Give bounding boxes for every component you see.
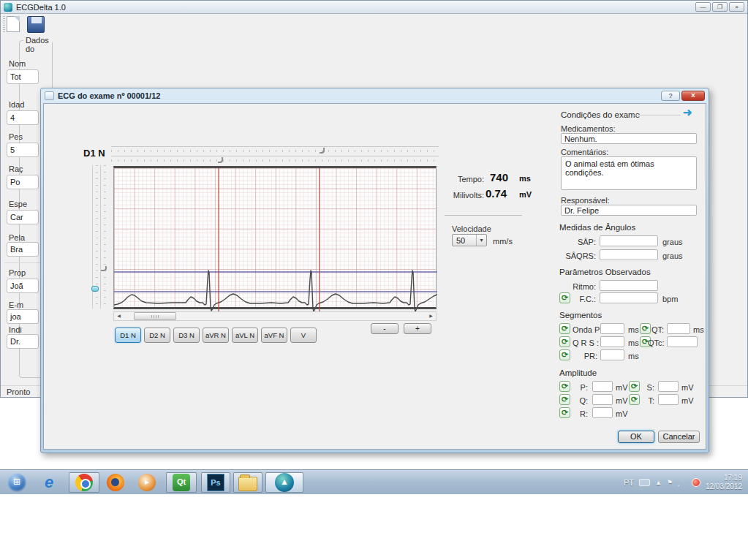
language-indicator[interactable]: PT [624,478,634,487]
s-amp-field[interactable] [658,381,679,392]
s-amp-label: S: [641,383,654,392]
qt-icon: Qt [173,474,190,491]
peso-field[interactable]: 5 [7,143,39,157]
taskbar-item-qt[interactable]: Qt [166,472,197,493]
qtc-field[interactable] [667,336,698,347]
taskbar-item-explorer[interactable] [233,472,262,493]
chevron-down-icon[interactable]: ▾ [476,235,486,246]
pelagem-field[interactable]: Bra [7,242,39,257]
calc-qrs-icon[interactable]: ⟳ [559,336,570,347]
medicamentos-field[interactable]: Nenhum. [561,133,697,144]
taskbar-item-firefox[interactable] [103,472,128,493]
saqrs-field[interactable] [600,249,658,260]
toolbar-grip[interactable] [3,16,5,32]
ecg-plot[interactable] [113,166,437,309]
close-icon[interactable]: × [729,2,744,12]
lead-button-d1n[interactable]: D1 N [115,328,141,343]
idade-field[interactable]: 4 [7,110,39,125]
p-amp-unit: mV [616,383,628,392]
ecg-waveform [114,168,437,311]
ok-button[interactable]: OK [618,431,654,443]
raca-field[interactable]: Po [7,175,39,189]
onda-p-field[interactable] [600,323,624,334]
email-field[interactable]: joa [7,309,39,324]
save-icon[interactable] [27,16,45,33]
clock[interactable]: 17:19 12/03/2012 [706,474,742,491]
action-center-flag-icon[interactable]: ⚑ [667,479,673,486]
antivirus-icon[interactable] [692,478,700,487]
internet-explorer-icon: e [45,473,53,492]
restore-icon[interactable]: ❐ [712,2,728,12]
cancel-button[interactable]: Cancelar [658,431,700,443]
main-title-bar[interactable]: ECGDelta 1.0 — ❐ × [1,1,747,14]
taskbar-item-media-player[interactable]: ▸ [135,472,159,493]
taskbar-item-ie[interactable]: e [37,472,61,493]
p-amp-field[interactable] [592,381,613,392]
t-amp-field[interactable] [658,394,679,405]
help-icon[interactable]: ? [661,91,680,101]
time-cursor-ruler-2[interactable] [111,156,439,163]
scroll-left-icon[interactable]: ◀ [114,312,124,320]
zoom-in-button[interactable]: + [404,323,431,334]
dialog-title-bar[interactable]: ECG do exame nº 00001/12 ? × [43,88,706,103]
medicamentos-label: Medicamentos: [561,124,616,133]
time-cursor-handle-1[interactable] [320,148,325,154]
calc-t-amp-icon[interactable]: ⟳ [629,394,640,405]
lead-button-avrn[interactable]: aVR N [203,328,229,343]
time-cursor-ruler-1[interactable] [111,146,439,154]
comentarios-field[interactable]: O animal está em ótimas condições. [561,156,697,190]
dialog-close-icon[interactable]: × [681,91,705,101]
photoshop-icon: Ps [207,474,224,491]
scrollbar-thumb[interactable] [134,312,176,320]
lead-button-v[interactable]: V [290,328,317,343]
scrollbar-track[interactable] [124,312,426,320]
show-hidden-icons[interactable]: ▲ [655,479,662,486]
ritmo-field[interactable] [600,280,658,291]
q-amp-field[interactable] [592,394,613,405]
q-amp-label: Q: [572,396,588,405]
qrs-field[interactable] [600,336,624,347]
level-cursor-ruler-1[interactable] [92,165,99,309]
responsavel-field[interactable]: Dr. Felipe [561,205,697,216]
nome-field[interactable]: Tot [7,69,39,84]
taskbar-item-photoshop[interactable]: Ps [201,472,230,493]
proprietario-field[interactable]: Joã [7,279,39,293]
network-signal-icon[interactable] [678,479,687,486]
keyboard-icon[interactable] [639,479,650,486]
calc-r-amp-icon[interactable]: ⟳ [559,407,570,418]
calc-s-amp-icon[interactable]: ⟳ [629,381,640,392]
scroll-right-icon[interactable]: ▶ [426,312,436,320]
calc-onda-p-icon[interactable]: ⟳ [559,323,570,334]
new-exam-icon[interactable] [7,16,20,32]
lead-button-avln[interactable]: aVL N [232,328,258,343]
calc-fc-icon[interactable]: ⟳ [559,292,570,303]
r-amp-field[interactable] [592,407,613,418]
calc-qt-icon[interactable]: ⟳ [640,323,651,334]
zoom-out-button[interactable]: - [371,323,398,334]
saqrs-unit: graus [662,251,683,260]
pr-field[interactable] [600,349,624,360]
next-arrow-icon[interactable]: ➜ [683,106,692,119]
calc-p-amp-icon[interactable]: ⟳ [559,381,570,392]
level-cursor-ruler-2[interactable] [100,165,107,309]
plot-scrollbar[interactable]: ◀ ▶ [113,311,437,321]
sap-field[interactable] [600,235,658,246]
especie-field[interactable]: Car [7,210,39,224]
time-cursor-handle-2[interactable] [218,157,223,163]
fc-field[interactable] [600,292,658,303]
taskbar-item-chrome[interactable] [69,472,99,493]
qt-field[interactable] [667,323,690,334]
indicacao-field[interactable]: Dr. [7,334,39,349]
start-button[interactable]: ⊞ [4,472,29,493]
calc-q-amp-icon[interactable]: ⟳ [559,394,570,405]
lead-button-avfn[interactable]: aVF N [261,328,287,343]
lead-button-d3n[interactable]: D3 N [173,328,200,343]
lead-button-d2n[interactable]: D2 N [144,328,170,343]
taskbar-item-ecgdelta[interactable]: ▲ [265,472,303,493]
p-amp-label: P: [572,383,588,392]
velocidade-select[interactable]: 50 ▾ [452,234,487,246]
minimize-icon[interactable]: — [695,2,711,12]
calc-pr-icon[interactable]: ⟳ [559,349,570,360]
level-cursor-handle-cyan[interactable] [91,286,99,292]
level-cursor-handle-2[interactable] [101,266,107,271]
